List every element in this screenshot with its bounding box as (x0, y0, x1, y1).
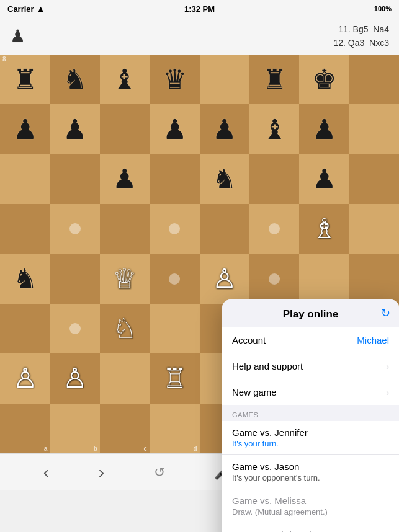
account-row[interactable]: Account Michael (222, 327, 399, 353)
piece-g7-pawn: ♟ (312, 116, 336, 143)
cell-e8[interactable] (200, 55, 249, 104)
back-button[interactable]: ‹ (43, 463, 49, 482)
new-game-row[interactable]: New game › (222, 379, 399, 405)
piece-e6-knight: ♞ (212, 166, 236, 193)
cell-f8[interactable]: ♜ (249, 55, 299, 104)
cell-b4[interactable] (50, 254, 99, 304)
cell-d2[interactable]: ♖ (150, 353, 199, 403)
move-11-black: Na4 (373, 24, 389, 34)
cell-b1[interactable]: b (50, 404, 99, 453)
cell-f7[interactable]: ♝ (249, 104, 299, 154)
piece-c6-pawn: ♟ (112, 166, 137, 193)
cell-g5[interactable]: ♗ (299, 204, 349, 254)
cell-c3[interactable]: ♘ (100, 304, 150, 353)
cell-a3[interactable] (0, 304, 50, 353)
cell-d3[interactable] (150, 304, 199, 353)
file-b-label: b (94, 445, 97, 452)
account-label: Account (232, 335, 266, 345)
cell-f4[interactable] (249, 254, 299, 304)
game-jennifer-subtitle: It's your turn. (232, 439, 389, 448)
game-jennifer-title: Game vs. Jennifer (232, 427, 389, 438)
cell-d1[interactable]: d (150, 404, 199, 453)
cell-c1[interactable]: c (100, 404, 150, 453)
cell-a6[interactable] (0, 154, 50, 204)
cell-e5[interactable] (200, 204, 249, 254)
status-bar-left: Carrier ▲ (7, 4, 45, 14)
cell-c6[interactable]: ♟ (100, 154, 150, 204)
new-game-chevron-icon: › (386, 388, 389, 397)
cell-d5[interactable] (150, 204, 199, 254)
cell-c7[interactable] (100, 104, 150, 154)
status-bar: Carrier ▲ 1:32 PM 100% (0, 0, 399, 17)
cell-d7[interactable]: ♟ (150, 104, 199, 154)
cell-b3[interactable] (50, 304, 99, 353)
cell-g4[interactable] (299, 254, 349, 304)
cell-a2[interactable]: ♙ (0, 353, 50, 403)
cell-c4[interactable]: ♕ (100, 254, 150, 304)
file-a-label: a (44, 445, 48, 452)
cell-h6[interactable] (349, 154, 399, 204)
cell-c5[interactable] (100, 204, 150, 254)
piece-g5-bishop: ♗ (312, 215, 336, 242)
status-bar-right: 100% (374, 5, 392, 12)
cell-c8[interactable]: ♝ (100, 55, 150, 104)
file-d-label: d (193, 445, 197, 452)
piece-a4-knight: ♞ (13, 265, 37, 293)
cell-b7[interactable]: ♟ (50, 104, 99, 154)
cell-a5[interactable] (0, 204, 50, 254)
cell-b5[interactable] (50, 204, 99, 254)
cell-e7[interactable]: ♟ (200, 104, 249, 154)
cell-b8[interactable]: ♞ (50, 55, 99, 104)
rotate-button[interactable]: ↺ (154, 464, 165, 481)
piece-b2-pawn: ♙ (63, 365, 87, 392)
help-row[interactable]: Help and support › (222, 353, 399, 379)
cell-f6[interactable] (249, 154, 299, 204)
cell-b2[interactable]: ♙ (50, 353, 99, 403)
cell-h8[interactable] (349, 55, 399, 104)
piece-f7-bishop: ♝ (262, 116, 287, 143)
help-chevron-icon: › (386, 361, 389, 371)
piece-b7-pawn: ♟ (63, 116, 87, 143)
dot-b3 (69, 323, 81, 334)
piece-d7-pawn: ♟ (163, 116, 187, 143)
cell-h7[interactable] (349, 104, 399, 154)
game-jason-row[interactable]: Game vs. Jason It's your opponent's turn… (222, 455, 399, 489)
game-jennifer-row[interactable]: Game vs. Jennifer It's your turn. (222, 421, 399, 455)
cell-g7[interactable]: ♟ (299, 104, 349, 154)
cell-h4[interactable] (349, 254, 399, 304)
game-melissa-subtitle: Draw. (Mutual agreement.) (232, 507, 389, 516)
piece-b8-knight: ♞ (63, 66, 87, 93)
cell-g8[interactable]: ♚ (299, 55, 349, 104)
cell-a8[interactable]: 8 ♜ (0, 55, 50, 104)
game-christopher-row[interactable]: Game vs. Christopher Your opponent resig… (222, 523, 399, 532)
refresh-button[interactable]: ↻ (381, 306, 390, 320)
notation-bar: ♟ 11. Bg5 Na4 12. Qa3 Nxc3 (0, 17, 399, 55)
cell-a7[interactable]: ♟ (0, 104, 50, 154)
game-melissa-title: Game vs. Melissa (232, 495, 389, 506)
popup-header: Play online ↻ (222, 299, 399, 327)
cell-d6[interactable] (150, 154, 199, 204)
forward-button[interactable]: › (99, 463, 104, 482)
cell-f5[interactable] (249, 204, 299, 254)
play-online-popup: Play online ↻ Account Michael Help and s… (222, 299, 399, 532)
piece-a2-pawn: ♙ (13, 365, 37, 392)
game-jason-subtitle: It's your opponent's turn. (232, 473, 389, 482)
notation-pawn-icon: ♟ (10, 26, 25, 47)
piece-a8-rook: ♜ (13, 66, 37, 93)
cell-b6[interactable] (50, 154, 99, 204)
games-list: Game vs. Jennifer It's your turn. Game v… (222, 421, 399, 532)
cell-h5[interactable] (349, 204, 399, 254)
notation-row-11: 11. Bg5 Na4 (333, 22, 389, 36)
cell-c2[interactable] (100, 353, 150, 403)
cell-a4[interactable]: ♞ (0, 254, 50, 304)
piece-e4-pawn: ♙ (212, 265, 236, 293)
cell-d4[interactable] (150, 254, 199, 304)
cell-a1[interactable]: a (0, 404, 50, 453)
move-12-black: Nxc3 (369, 38, 389, 48)
cell-e4[interactable]: ♙ (200, 254, 249, 304)
cell-d8[interactable]: ♛ (150, 55, 199, 104)
wifi-icon: ▲ (37, 4, 45, 14)
game-melissa-row[interactable]: Game vs. Melissa Draw. (Mutual agreement… (222, 489, 399, 523)
cell-g6[interactable]: ♟ (299, 154, 349, 204)
cell-e6[interactable]: ♞ (200, 154, 249, 204)
